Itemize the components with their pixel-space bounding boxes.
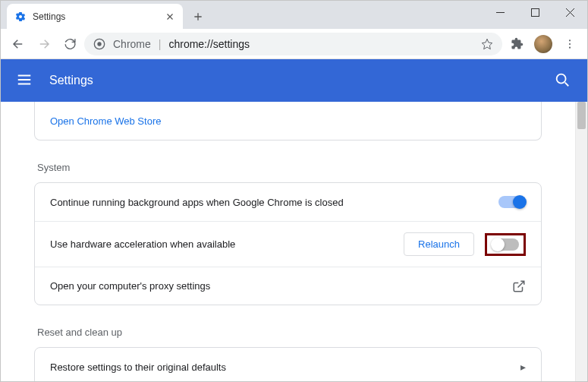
tab-title: Settings	[33, 11, 159, 22]
close-icon[interactable]	[165, 11, 175, 22]
url-prefix: Chrome	[113, 38, 151, 50]
extensions-button[interactable]	[505, 33, 528, 55]
browser-tab[interactable]: Settings	[7, 4, 183, 29]
section-heading-reset: Reset and clean up	[37, 327, 539, 338]
menu-icon[interactable]	[16, 71, 34, 90]
open-external-icon	[512, 279, 526, 293]
minimize-button[interactable]	[483, 1, 517, 24]
hardware-accel-toggle[interactable]	[492, 238, 519, 251]
section-heading-system: System	[37, 162, 539, 173]
scrollbar-thumb[interactable]	[577, 102, 586, 129]
reload-button[interactable]	[58, 33, 81, 55]
settings-content: Open Chrome Web Store System Continue ru…	[1, 102, 575, 382]
svg-rect-0	[531, 8, 539, 16]
webstore-link[interactable]: Open Chrome Web Store	[35, 102, 541, 140]
profile-avatar[interactable]	[534, 35, 552, 53]
page-title: Settings	[49, 74, 93, 87]
vertical-scrollbar[interactable]	[575, 102, 587, 382]
hardware-accel-row: Use hardware acceleration when available…	[35, 221, 541, 267]
svg-point-6	[557, 74, 566, 84]
chevron-right-icon: ▸	[520, 361, 526, 373]
settings-appbar: Settings	[1, 59, 587, 102]
proxy-settings-row[interactable]: Open your computer's proxy settings	[35, 267, 541, 305]
svg-point-4	[569, 43, 571, 44]
url-path: chrome://settings	[168, 38, 250, 50]
window-close-button[interactable]	[552, 1, 587, 24]
svg-point-2	[97, 42, 101, 46]
svg-point-3	[569, 39, 571, 41]
maximize-button[interactable]	[517, 1, 552, 24]
gear-icon	[14, 11, 27, 23]
address-bar[interactable]: Chrome | chrome://settings	[84, 33, 502, 55]
restore-defaults-row[interactable]: Restore settings to their original defau…	[35, 348, 541, 382]
menu-button[interactable]	[558, 33, 581, 55]
browser-toolbar: Chrome | chrome://settings	[1, 29, 587, 59]
search-icon[interactable]	[554, 71, 572, 90]
highlighted-toggle-area	[485, 233, 526, 256]
bookmark-icon[interactable]	[481, 38, 493, 50]
chrome-icon	[93, 38, 105, 50]
forward-button[interactable]	[33, 33, 55, 55]
window-titlebar: Settings	[1, 1, 587, 29]
background-apps-row: Continue running background apps when Go…	[35, 183, 541, 221]
back-button[interactable]	[7, 33, 30, 55]
relaunch-button[interactable]: Relaunch	[404, 232, 474, 256]
new-tab-button[interactable]	[187, 6, 209, 27]
background-apps-toggle[interactable]	[498, 196, 526, 208]
svg-point-5	[569, 46, 571, 48]
